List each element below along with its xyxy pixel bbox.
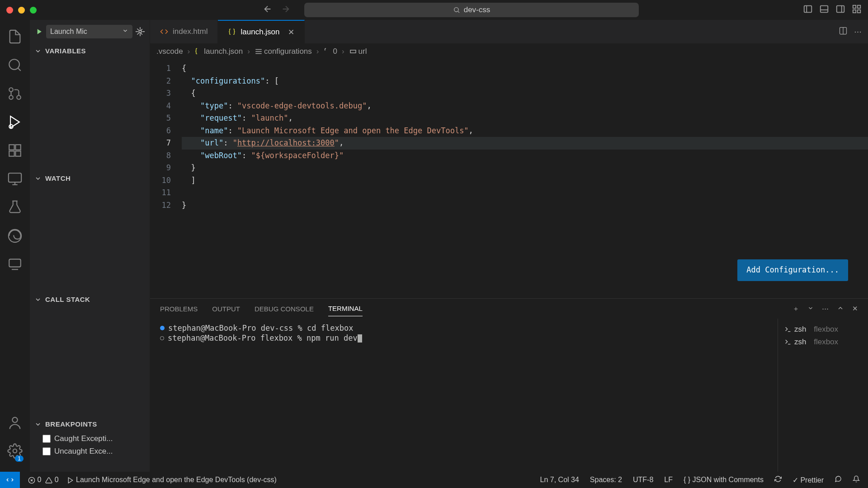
forward-icon[interactable] <box>281 4 291 16</box>
settings-icon[interactable]: 1 <box>7 443 23 461</box>
activity-bar: 1 <box>0 20 30 472</box>
status-debug-target[interactable]: Launch Microsoft Edge and open the Edge … <box>67 476 277 484</box>
remote-indicator[interactable] <box>0 472 20 488</box>
callstack-label: CALL STACK <box>45 296 90 303</box>
variables-header[interactable]: VARIABLES <box>30 42 150 59</box>
status-bell-icon[interactable] <box>853 475 860 484</box>
terminal-cursor <box>358 334 362 343</box>
launch-config-select[interactable]: Launch Mic <box>46 25 132 38</box>
close-tab-icon[interactable]: ✕ <box>288 28 294 37</box>
watch-header[interactable]: WATCH <box>30 170 150 187</box>
status-indent[interactable]: Spaces: 2 <box>590 476 622 484</box>
status-encoding[interactable]: UTF-8 <box>633 476 653 484</box>
status-problems[interactable]: 0 0 <box>28 476 59 484</box>
breadcrumb-url[interactable]: url <box>359 47 367 56</box>
tab-debug-console[interactable]: DEBUG CONSOLE <box>255 301 314 316</box>
split-editor-icon[interactable] <box>839 26 848 38</box>
status-eol[interactable]: LF <box>664 476 673 484</box>
svg-rect-1 <box>804 5 812 12</box>
settings-badge: 1 <box>15 455 24 462</box>
status-sync-icon[interactable] <box>774 475 782 484</box>
titlebar: dev-css <box>0 0 868 20</box>
command-center[interactable]: dev-css <box>304 3 639 17</box>
tab-problems[interactable]: PROBLEMS <box>160 301 198 316</box>
open-launch-json-icon[interactable] <box>135 27 145 37</box>
breakpoints-header[interactable]: BREAKPOINTS <box>30 416 150 432</box>
layout-panel-icon[interactable] <box>819 4 829 16</box>
tab-label: launch.json <box>241 28 279 37</box>
variables-label: VARIABLES <box>45 47 86 55</box>
terminal-more-icon[interactable]: ⋯ <box>822 305 829 313</box>
breadcrumb[interactable]: .vscode › launch.json › configurations ›… <box>150 43 868 60</box>
svg-rect-20 <box>9 173 21 182</box>
terminal-list-item[interactable]: zsh flexbox <box>784 336 862 348</box>
svg-point-23 <box>9 230 21 242</box>
breakpoint-checkbox[interactable] <box>42 447 51 455</box>
breakpoint-item[interactable]: Caught Excepti... <box>30 432 150 445</box>
breadcrumb-folder[interactable]: .vscode <box>156 47 183 56</box>
svg-point-26 <box>13 449 17 453</box>
svg-point-12 <box>9 88 13 92</box>
tab-terminal[interactable]: TERMINAL <box>328 301 363 316</box>
breadcrumb-configs[interactable]: configurations <box>264 47 312 56</box>
run-debug-sidebar: Launch Mic VARIABLES WATCH CALL STACK <box>30 20 150 472</box>
testing-icon[interactable] <box>7 200 23 217</box>
edge-icon[interactable] <box>7 228 23 246</box>
terminal-status-icon <box>160 336 164 340</box>
run-debug-icon[interactable] <box>7 114 23 132</box>
svg-rect-30 <box>350 50 356 53</box>
back-icon[interactable] <box>263 4 273 16</box>
new-terminal-icon[interactable]: ＋ <box>793 305 799 313</box>
breadcrumb-index[interactable]: 0 <box>333 47 337 56</box>
tab-label: index.html <box>173 27 208 36</box>
status-cursor-position[interactable]: Ln 7, Col 34 <box>540 476 579 484</box>
search-icon[interactable] <box>7 57 23 75</box>
breakpoint-label: Uncaught Exce... <box>54 447 113 456</box>
svg-rect-18 <box>9 151 14 156</box>
terminal-list: zsh flexbox zsh flexbox <box>778 319 868 472</box>
source-control-icon[interactable] <box>7 86 23 103</box>
layout-sidebar-left-icon[interactable] <box>803 4 813 16</box>
tab-index-html[interactable]: index.html <box>150 20 218 43</box>
explorer-icon[interactable] <box>7 29 23 47</box>
tab-output[interactable]: OUTPUT <box>212 301 240 316</box>
svg-rect-9 <box>853 9 856 12</box>
start-debug-icon[interactable] <box>34 27 43 36</box>
search-text: dev-css <box>464 5 491 14</box>
terminal-status-icon <box>160 326 165 330</box>
close-panel-icon[interactable]: ✕ <box>852 305 858 313</box>
maximize-window[interactable] <box>30 7 37 14</box>
watch-label: WATCH <box>45 174 71 182</box>
editor[interactable]: 123456789101112 { "configurations": [ { … <box>150 60 868 298</box>
minimize-window[interactable] <box>18 7 25 14</box>
accounts-icon[interactable] <box>7 415 23 432</box>
terminal-dropdown-icon[interactable] <box>807 305 814 313</box>
html-file-icon <box>160 28 168 36</box>
breakpoint-item[interactable]: Uncaught Exce... <box>30 445 150 458</box>
nav-history <box>263 4 291 16</box>
svg-rect-10 <box>858 9 860 12</box>
status-feedback-icon[interactable] <box>835 475 842 484</box>
layout-customize-icon[interactable] <box>852 4 862 16</box>
database-icon[interactable] <box>7 257 23 274</box>
svg-rect-7 <box>853 5 856 8</box>
status-prettier[interactable]: ✓ Prettier <box>793 476 824 484</box>
status-language[interactable]: { } JSON with Comments <box>684 476 764 484</box>
tab-launch-json[interactable]: launch.json ✕ <box>218 20 304 43</box>
svg-point-25 <box>12 418 17 422</box>
remote-explorer-icon[interactable] <box>7 171 23 189</box>
terminal-list-item[interactable]: zsh flexbox <box>784 323 862 336</box>
terminal[interactable]: stephan@MacBook-Pro dev-css % cd flexbox… <box>150 319 778 472</box>
breakpoint-checkbox[interactable] <box>42 435 51 443</box>
more-actions-icon[interactable]: ⋯ <box>854 27 862 37</box>
layout-sidebar-right-icon[interactable] <box>835 4 845 16</box>
maximize-panel-icon[interactable] <box>837 305 844 313</box>
close-window[interactable] <box>6 7 13 14</box>
launch-config-label: Launch Mic <box>50 28 87 36</box>
breakpoint-label: Caught Excepti... <box>54 434 113 443</box>
extensions-icon[interactable] <box>7 143 23 160</box>
callstack-header[interactable]: CALL STACK <box>30 291 150 308</box>
add-configuration-button[interactable]: Add Configuration... <box>737 259 848 281</box>
breadcrumb-file[interactable]: launch.json <box>204 47 243 56</box>
json-file-icon <box>194 47 203 56</box>
